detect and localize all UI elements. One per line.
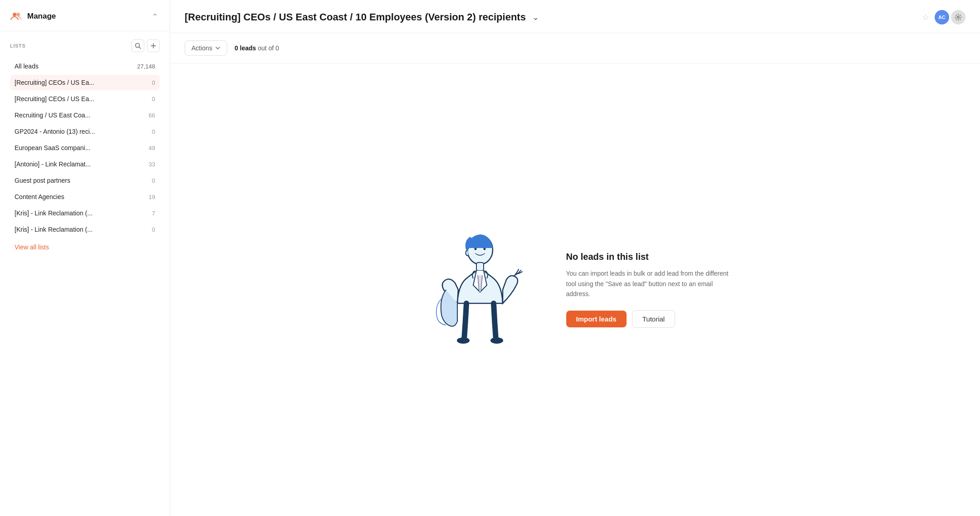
manage-icon [10, 10, 23, 23]
list-item-name: [Recruiting] CEOs / US Ea... [15, 95, 94, 102]
svg-point-10 [490, 337, 503, 344]
plus-icon [150, 43, 157, 49]
list-item[interactable]: Guest post partners0 [10, 173, 160, 188]
favorite-button[interactable]: ☆ [920, 10, 931, 24]
add-list-button[interactable] [147, 39, 160, 52]
list-item-name: [Recruiting] CEOs / US Ea... [15, 79, 94, 86]
lists-section: LISTS All leads 27,148 [0, 31, 170, 516]
list-item-name: Guest post partners [15, 177, 70, 184]
list-item-count: 0 [144, 177, 155, 184]
leads-count-bold: 0 leads [235, 44, 256, 52]
empty-state-title: No leads in this list [566, 252, 730, 262]
list-item-count: 66 [144, 112, 155, 119]
list-item[interactable]: [Recruiting] CEOs / US Ea...0 [10, 75, 160, 90]
toolbar: Actions 0 leads out of 0 [170, 33, 980, 63]
list-item-name: Content Agencies [15, 193, 64, 200]
list-item-name: [Kris] - Link Reclamation (... [15, 226, 93, 233]
svg-point-9 [457, 337, 470, 344]
list-item[interactable]: [Kris] - Link Reclamation (...0 [10, 222, 160, 237]
leads-count: 0 leads out of 0 [235, 44, 279, 52]
empty-state-actions: Import leads Tutorial [566, 310, 730, 328]
svg-point-0 [13, 13, 16, 16]
empty-illustration [421, 226, 530, 353]
list-item-name: [Antonio] - Link Reclamat... [15, 161, 91, 168]
list-items-container: [Recruiting] CEOs / US Ea...0[Recruiting… [10, 75, 160, 237]
search-lists-button[interactable] [132, 39, 144, 52]
list-item-count: 0 [144, 226, 155, 233]
list-item[interactable]: GP2024 - Antonio (13) reci...0 [10, 124, 160, 139]
all-leads-name: All leads [15, 63, 39, 70]
avatar: AC [935, 10, 949, 24]
svg-rect-8 [476, 263, 484, 271]
list-item-count: 7 [144, 210, 155, 217]
main-content: [Recruiting] CEOs / US East Coast / 10 E… [170, 0, 980, 516]
avatar-group: AC [935, 10, 965, 24]
svg-line-3 [139, 47, 141, 49]
list-item-name: [Kris] - Link Reclamation (... [15, 209, 93, 217]
list-item-count: 19 [144, 194, 155, 200]
sidebar-header-left: Manage [10, 10, 56, 23]
settings-avatar[interactable] [951, 10, 965, 24]
all-leads-count: 27,148 [137, 63, 155, 70]
svg-point-12 [483, 248, 485, 250]
list-item-count: 49 [144, 145, 155, 151]
list-item[interactable]: European SaaS compani...49 [10, 140, 160, 156]
list-item-count: 0 [144, 96, 155, 102]
list-item[interactable]: Recruiting / US East Coa...66 [10, 107, 160, 123]
list-item[interactable]: [Antonio] - Link Reclamat...33 [10, 156, 160, 172]
list-item[interactable]: [Recruiting] CEOs / US Ea...0 [10, 91, 160, 107]
view-all-lists-link[interactable]: View all lists [10, 238, 160, 259]
tutorial-button[interactable]: Tutorial [632, 310, 675, 328]
list-item-name: Recruiting / US East Coa... [15, 112, 90, 119]
title-dropdown-button[interactable]: ⌄ [530, 11, 541, 23]
list-item-count: 0 [144, 79, 155, 86]
leads-count-rest: out of 0 [256, 44, 279, 52]
header-right: ☆ AC [920, 10, 965, 24]
all-leads-item[interactable]: All leads 27,148 [10, 58, 160, 74]
main-title-area: [Recruiting] CEOs / US East Coast / 10 E… [185, 11, 541, 23]
lists-label: LISTS [10, 43, 25, 49]
list-item-count: 33 [144, 161, 155, 168]
settings-icon [955, 14, 962, 21]
list-item[interactable]: [Kris] - Link Reclamation (...7 [10, 205, 160, 221]
svg-point-1 [16, 13, 20, 16]
lists-actions [132, 39, 160, 52]
lists-header: LISTS [10, 39, 160, 52]
import-leads-button[interactable]: Import leads [566, 311, 627, 327]
actions-label: Actions [191, 44, 212, 52]
chevron-down-icon [215, 45, 220, 51]
empty-state-description: You can import leads in bulk or add lead… [566, 268, 730, 299]
svg-point-11 [474, 248, 476, 250]
sidebar-collapse-button[interactable]: ⌃ [150, 10, 160, 23]
actions-button[interactable]: Actions [185, 40, 227, 56]
search-icon [135, 43, 141, 49]
list-item[interactable]: Content Agencies19 [10, 189, 160, 204]
empty-state: No leads in this list You can import lea… [170, 63, 980, 516]
svg-point-6 [957, 16, 959, 18]
empty-content: No leads in this list You can import lea… [566, 252, 730, 327]
list-item-name: GP2024 - Antonio (13) reci... [15, 128, 95, 135]
sidebar: Manage ⌃ LISTS [0, 0, 170, 516]
list-item-count: 0 [144, 128, 155, 135]
sidebar-title: Manage [27, 12, 56, 21]
page-title: [Recruiting] CEOs / US East Coast / 10 E… [185, 11, 526, 23]
sidebar-header: Manage ⌃ [0, 0, 170, 31]
list-item-name: European SaaS compani... [15, 144, 90, 151]
main-header: [Recruiting] CEOs / US East Coast / 10 E… [170, 0, 980, 33]
